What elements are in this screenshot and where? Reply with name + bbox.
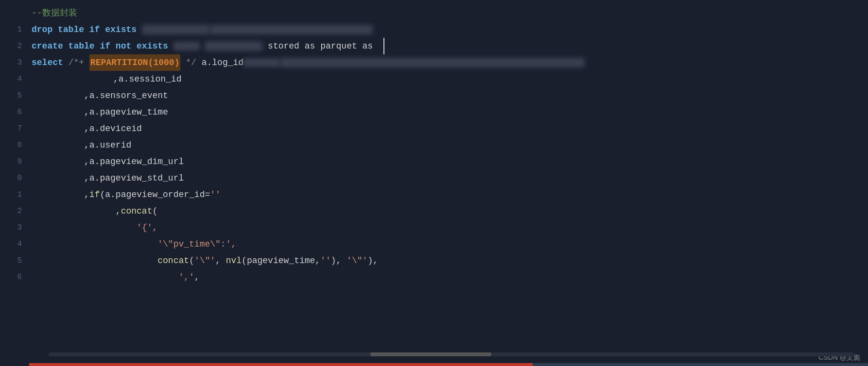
blurred-trc <box>205 41 262 51</box>
ln-14: 4 <box>17 236 22 252</box>
ln-8: 8 <box>17 137 22 153</box>
kw-deviceid: ,a.deviceid <box>32 120 142 137</box>
code-line-dim-url: ,a.pageview_dim_url <box>32 153 868 170</box>
kw-concat2-indent <box>32 252 157 269</box>
kw-comment-end: */ <box>180 54 201 71</box>
kw-nvl: nvl <box>226 252 242 269</box>
scrollbar[interactable] <box>49 352 853 356</box>
kw-select: select <box>32 54 69 71</box>
code-line-comma: ',' , <box>32 269 868 285</box>
error-bar <box>29 363 868 366</box>
kw-quote1: '\"' <box>194 252 215 269</box>
kw-concat2-paren: ( <box>189 252 194 269</box>
kw-comma1: , <box>215 252 226 269</box>
ln-7: 7 <box>17 120 22 137</box>
kw-concat-fn1: concat <box>121 203 153 219</box>
code-line-userid: ,a.userid <box>32 137 868 153</box>
code-line-brace: '{', <box>32 219 868 236</box>
code-line-concat1: , concat ( <box>32 203 868 219</box>
kw-create: create table if not exists <box>32 38 174 54</box>
kw-repartition: REPARTITION(1000) <box>89 54 181 71</box>
kw-pageview-time: ,a.pageview_time <box>32 104 168 120</box>
kw-log-id: a.log_id <box>202 54 243 71</box>
kw-sensors: ,a.sensors_event <box>32 87 168 104</box>
kw-nvl-args: (pageview_time, <box>242 252 320 269</box>
ln-3: 3 <box>17 54 22 71</box>
code-line-select: select /*+ REPARTITION(1000) */ a.log_id <box>32 54 868 71</box>
kw-trc-text <box>200 38 205 54</box>
code-line-pv-time-key: '\"pv_time\":', <box>32 236 868 252</box>
kw-drop: drop table if exists <box>32 21 142 38</box>
code-area[interactable]: --数据封装 drop table if exists create table… <box>27 0 868 366</box>
blurred-after-logid2 <box>280 58 585 67</box>
kw-comma-trail: , <box>194 269 200 285</box>
code-line-std-url: ,a.pageview_std_url <box>32 170 868 186</box>
editor-container: 1 2 3 4 5 6 7 8 9 0 1 2 3 4 5 6 --数据封装 d… <box>0 0 868 366</box>
kw-empty-str: '' <box>210 186 221 203</box>
kw-comma-str: ',' <box>178 269 194 285</box>
line-numbers: 1 2 3 4 5 6 7 8 9 0 1 2 3 4 5 6 <box>0 0 27 366</box>
kw-concat-fn2: concat <box>157 252 189 269</box>
kw-if-prefix: , <box>32 186 89 203</box>
kw-stored: stored as parquet as <box>262 38 378 54</box>
kw-session: ,a.session_id <box>61 71 181 87</box>
kw-pvtime-indent <box>32 236 157 252</box>
kw-concat2-close: ), <box>367 252 378 269</box>
ln-13: 3 <box>17 219 22 236</box>
kw-comment-hint: /*+ <box>69 54 89 71</box>
kw-concat-paren1: ( <box>152 203 157 219</box>
ln-1: 1 <box>17 21 22 38</box>
blurred-extra-1 <box>210 25 373 34</box>
blurred-table-name-1 <box>142 25 210 34</box>
code-line-drop: drop table if exists <box>32 21 868 38</box>
ln-15: 5 <box>17 252 22 269</box>
ln-2: 2 <box>17 38 22 54</box>
comment-text: --数据封装 <box>32 5 77 21</box>
code-line-session: ,a.session_id <box>32 71 868 87</box>
kw-std-url: ,a.pageview_std_url <box>32 170 184 186</box>
ln-10: 0 <box>17 170 22 186</box>
ln-16: 6 <box>17 269 22 285</box>
code-line-concat2: concat ( '\"' , nvl (pageview_time, '' )… <box>32 252 868 269</box>
ln-11: 1 <box>17 186 22 203</box>
ln-12: 2 <box>17 203 22 219</box>
ln-5: 5 <box>17 87 22 104</box>
kw-nvl-close: ), <box>331 252 347 269</box>
ln-6: 6 <box>17 104 22 120</box>
code-line-comment: --数据封装 <box>32 5 868 21</box>
kw-if-fn: if <box>89 186 100 203</box>
scrollbar-thumb[interactable] <box>370 352 491 356</box>
code-line-pageview-time: ,a.pageview_time <box>32 104 868 120</box>
ln-blank <box>17 5 22 21</box>
kw-userid: ,a.userid <box>32 137 131 153</box>
code-line-deviceid: ,a.deviceid <box>32 120 868 137</box>
kw-dim-url: ,a.pageview_dim_url <box>32 153 184 170</box>
code-line-sensors: ,a.sensors_event <box>32 87 868 104</box>
kw-empty2: '' <box>320 252 331 269</box>
kw-pv-time-str: '\"pv_time\":', <box>157 236 236 252</box>
kw-brace-str: '{', <box>137 219 157 236</box>
blurred-after-logid <box>243 58 280 67</box>
code-line-create: create table if not exists stored as par… <box>32 38 868 54</box>
ln-4: 4 <box>17 71 22 87</box>
kw-if-paren: (a.pageview_order_id= <box>100 186 210 203</box>
code-line-if: , if (a.pageview_order_id= '' <box>32 186 868 203</box>
kw-brace-indent <box>32 219 137 236</box>
kw-quote2: '\"' <box>347 252 367 269</box>
blurred-table-name-2 <box>174 42 200 50</box>
cursor <box>378 38 384 54</box>
kw-comma-indent <box>32 269 178 285</box>
kw-concat-comma: , <box>32 203 121 219</box>
ln-9: 9 <box>17 153 22 170</box>
